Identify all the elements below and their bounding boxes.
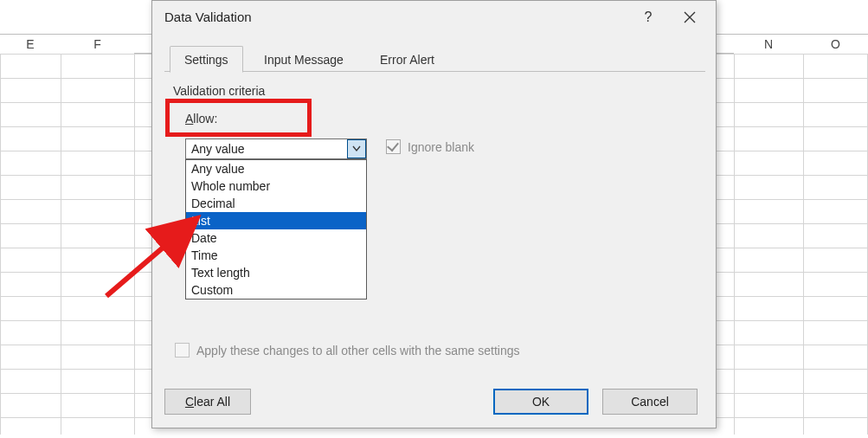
apply-changes-row: Apply these changes to all other cells w…: [175, 343, 520, 357]
tab-bar: Settings Input Message Error Alert: [164, 46, 705, 72]
ok-button[interactable]: OK: [493, 389, 588, 415]
ignore-blank-checkbox: [386, 139, 401, 154]
col-header-n[interactable]: N: [734, 35, 803, 54]
tab-error-alert[interactable]: Error Alert: [365, 46, 449, 72]
option-date[interactable]: Date: [186, 229, 366, 247]
option-text-length[interactable]: Text length: [186, 264, 366, 281]
col-header-f[interactable]: F: [61, 35, 134, 54]
option-time[interactable]: Time: [186, 247, 366, 264]
close-button[interactable]: [672, 6, 707, 30]
cancel-button[interactable]: Cancel: [602, 389, 698, 415]
option-custom[interactable]: Custom: [186, 281, 366, 299]
help-button[interactable]: ?: [631, 6, 665, 30]
tab-settings[interactable]: Settings: [170, 46, 243, 73]
tab-input-message[interactable]: Input Message: [249, 46, 358, 72]
option-any-value[interactable]: Any value: [186, 160, 366, 177]
allow-combobox-value: Any value: [191, 142, 244, 156]
apply-changes-checkbox: [175, 343, 190, 357]
clear-all-button[interactable]: Clear All: [164, 389, 251, 415]
dialog-title: Data Validation: [164, 10, 252, 24]
titlebar[interactable]: Data Validation ?: [152, 1, 716, 34]
chevron-down-icon: [348, 145, 365, 152]
close-icon: [672, 11, 707, 23]
validation-criteria-label: Validation criteria: [173, 84, 265, 98]
col-header-e[interactable]: E: [0, 35, 61, 54]
data-validation-dialog: Data Validation ? Settings Input Message…: [151, 0, 717, 428]
allow-dropdown-list[interactable]: Any value Whole number Decimal List Date…: [185, 159, 367, 300]
allow-combobox-button[interactable]: [347, 139, 366, 158]
option-whole-number[interactable]: Whole number: [186, 177, 366, 195]
col-header-o[interactable]: O: [803, 35, 868, 54]
option-decimal[interactable]: Decimal: [186, 195, 366, 212]
allow-combobox[interactable]: Any value: [185, 138, 367, 159]
apply-changes-label: Apply these changes to all other cells w…: [196, 344, 520, 357]
option-list[interactable]: List: [186, 212, 366, 229]
allow-label: Allow:: [185, 112, 217, 126]
ignore-blank-checkbox-row: Ignore blank: [386, 139, 474, 154]
ignore-blank-label: Ignore blank: [408, 140, 474, 154]
